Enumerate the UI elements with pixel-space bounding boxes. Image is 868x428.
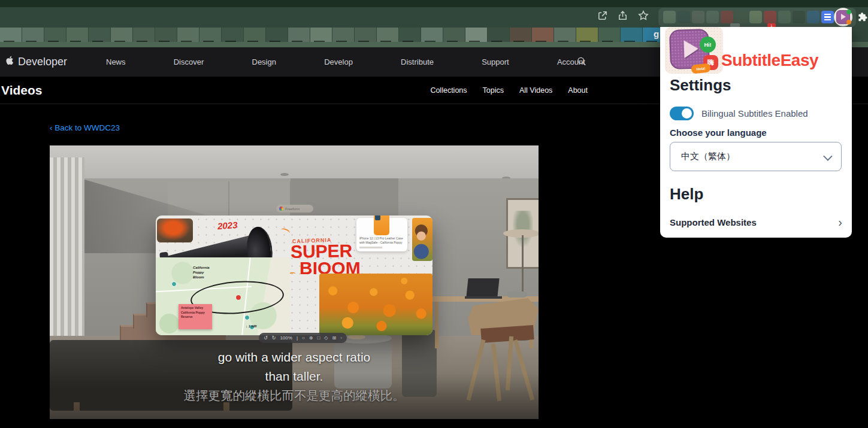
board-tool-icon[interactable]: ○ [302,336,305,341]
bookmark-favicon[interactable] [421,28,443,42]
nav-item[interactable]: Support [482,57,509,66]
bookmark-favicon[interactable] [222,28,243,42]
extension-icon[interactable] [663,11,676,23]
window-title-pill[interactable]: Freeform [276,205,313,213]
nav-item[interactable]: Discover [174,57,204,66]
board-tool-icon[interactable]: ◇ [324,336,328,341]
board-toolbar: ↺↻100%|○⊕□◇⊞◦ [259,333,347,343]
bookmark-favicon[interactable] [532,28,554,42]
pinned-extensions [663,11,819,23]
board-tool-icon[interactable]: ◦ [340,336,342,341]
board-tool-icon[interactable]: 100% [280,336,292,341]
apple-developer-brand[interactable]: Developer [5,47,67,77]
bookmark-favicon[interactable] [399,28,421,42]
bookmark-favicon[interactable] [89,28,110,42]
freeform-board-window: 2023 CALIFORNIA SUPER BIOOM California P… [156,215,433,335]
subtitleeasy-wordmark: SubtitleEasy [721,51,818,70]
nav-item[interactable]: News [106,57,126,66]
bookmark-favicon[interactable] [199,28,221,42]
extension-icon[interactable] [749,11,762,23]
sticky-note: Antelope Valley California Poppy Reserve [179,304,212,329]
extensions-puzzle-icon[interactable] [857,11,868,25]
search-icon[interactable] [577,56,586,69]
extension-icon[interactable] [778,11,791,23]
bookmark-favicon[interactable] [332,28,354,42]
board-tool-icon[interactable]: | [297,336,298,341]
bookmark-favicon[interactable] [266,28,288,42]
apple-logo-icon [5,55,14,69]
bilingual-toggle-row: Bilingual Subtitles Enabled [670,107,808,120]
bookmark-favicon[interactable] [244,28,265,42]
nav-item[interactable]: Design [252,57,276,66]
board-tool-icon[interactable]: □ [317,336,320,341]
poppy-field-photo [319,274,433,335]
bookmark-item-g[interactable]: g [654,29,659,39]
nav-items: NewsDiscoverDesignDevelopDistributeSuppo… [106,47,585,77]
bookmark-favicon[interactable] [22,28,44,42]
product-card-title: iPhone 12 | 13 Pro Leather Case with Mag… [359,236,404,245]
window-titlebar [0,0,868,7]
window-title: Freeform [285,207,300,211]
subtitleeasy-extension-button[interactable] [834,8,852,26]
board-tool-icon[interactable]: ⊞ [332,336,337,341]
bookmark-favicon[interactable] [554,28,576,42]
map-pin [171,281,177,287]
share-icon[interactable] [617,10,628,22]
bilingual-subtitles-toggle[interactable] [670,107,694,120]
board-tool-icon[interactable]: ↺ [264,336,268,341]
notes-extension-icon[interactable] [821,11,834,23]
bookmark-favicon[interactable] [288,28,310,42]
map-handwritten-note: California Poppy Bloom [193,266,210,280]
map-drive-time-note: ↓ 1 HR [246,324,256,328]
bookmark-favicon[interactable] [465,28,487,42]
desk-leg [435,302,438,348]
extension-icon[interactable] [793,11,805,23]
bookmark-favicon[interactable] [310,28,332,42]
bookmark-favicon[interactable] [155,28,177,42]
open-in-new-icon[interactable] [597,10,608,22]
bookmark-favicon[interactable] [621,28,642,42]
videos-link[interactable]: Collections [430,86,467,95]
board-tool-icon[interactable]: ↻ [272,336,276,341]
speech-bubble-hola: Hola! [691,63,710,74]
back-to-wwdc23-link[interactable]: ‹ Back to WWDC23 [50,123,120,132]
extension-icon[interactable] [764,11,776,23]
bookmark-favicon[interactable] [177,28,199,42]
subtitle-line-1: go with a wider aspect ratio [50,350,539,365]
extension-icon[interactable] [735,11,748,23]
language-select[interactable]: 中文（繁体） [670,142,842,171]
bookmark-favicon[interactable] [0,28,22,42]
toggle-label: Bilingual Subtitles Enabled [701,108,808,119]
bookmark-favicon[interactable] [111,28,132,42]
extension-icon[interactable] [678,11,690,23]
bookmark-star-icon[interactable] [637,10,649,22]
laptop [466,278,499,297]
subtitleeasy-mini-logo-icon [836,10,850,24]
board-tool-icon[interactable]: ⊕ [309,336,313,341]
bookmark-favicon[interactable] [377,28,398,42]
chevron-down-icon [823,151,833,161]
bookmark-favicon[interactable] [355,28,376,42]
extension-icon[interactable] [706,11,719,23]
product-card: iPhone 12 | 13 Pro Leather Case with Mag… [356,218,407,251]
bookmark-favicon[interactable] [44,28,66,42]
bookmark-favicon[interactable] [510,28,531,42]
videos-link[interactable]: Topics [483,86,504,95]
bookmark-favicon[interactable] [133,28,155,42]
extension-icon[interactable] [807,11,819,23]
videos-link[interactable]: All Videos [519,86,552,95]
extension-icon[interactable] [721,11,733,23]
map-pin-red [235,295,241,300]
bookmark-favicon[interactable] [488,28,509,42]
bookmark-favicon[interactable] [443,28,465,42]
video-player[interactable]: Freeform 2023 CALIFORNIA SUPER BIOOM Cal… [50,145,539,419]
bookmark-favicon[interactable] [598,28,620,42]
extension-icon[interactable] [692,11,704,23]
squiggle-doodle [280,227,291,236]
bookmark-favicon[interactable] [576,28,598,42]
videos-link[interactable]: About [568,86,588,95]
nav-item[interactable]: Distribute [401,57,434,66]
nav-item[interactable]: Develop [324,57,353,66]
bookmark-favicon[interactable] [66,28,88,42]
supported-websites-row[interactable]: Supported Websites › [670,216,842,228]
